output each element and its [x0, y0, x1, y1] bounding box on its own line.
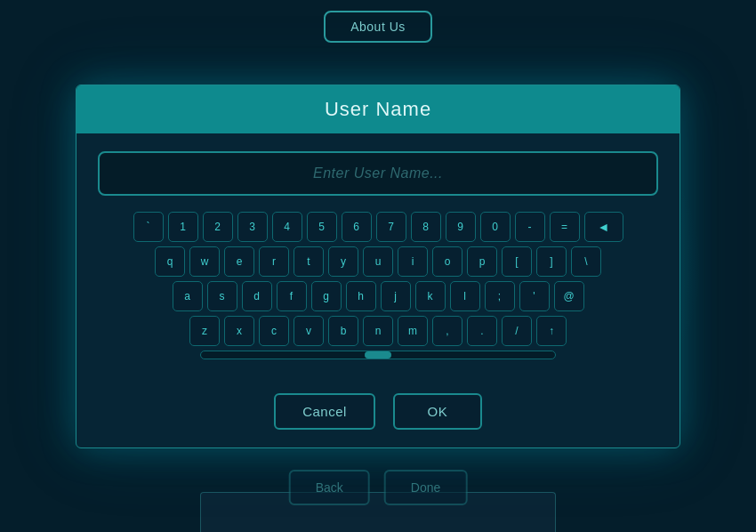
- key-i[interactable]: i: [398, 246, 428, 277]
- key-w[interactable]: w: [189, 246, 220, 277]
- key-v[interactable]: v: [294, 316, 324, 346]
- key-3[interactable]: 3: [237, 212, 268, 242]
- key-y[interactable]: y: [328, 246, 358, 277]
- key-f[interactable]: f: [277, 281, 307, 311]
- key-5[interactable]: 5: [307, 212, 337, 242]
- keyboard-row-4: z x c v b n m , . / ↑: [98, 316, 658, 346]
- spacebar[interactable]: [200, 351, 556, 359]
- keyboard-row-3: a s d f g h j k l ; ' @: [98, 281, 658, 311]
- key-a[interactable]: a: [173, 281, 203, 311]
- key-shift[interactable]: ↑: [536, 316, 567, 346]
- input-container: [98, 151, 658, 196]
- key-backslash[interactable]: \: [571, 246, 601, 277]
- cancel-button[interactable]: Cancel: [274, 393, 375, 430]
- key-9[interactable]: 9: [446, 212, 476, 242]
- username-dialog: User Name ` 1 2 3 4 5 6 7 8: [76, 85, 680, 448]
- key-r[interactable]: r: [259, 246, 289, 277]
- username-input[interactable]: [98, 151, 658, 196]
- key-1[interactable]: 1: [168, 212, 198, 242]
- key-8[interactable]: 8: [411, 212, 441, 242]
- ok-button[interactable]: OK: [393, 393, 482, 430]
- dialog-header: User Name: [76, 85, 680, 133]
- dialog-footer: Cancel OK: [76, 384, 680, 447]
- key-equals[interactable]: =: [550, 212, 580, 242]
- key-g[interactable]: g: [311, 281, 342, 311]
- key-comma[interactable]: ,: [432, 316, 462, 346]
- key-period[interactable]: .: [467, 316, 497, 346]
- key-d[interactable]: d: [242, 281, 272, 311]
- key-quote[interactable]: ': [519, 281, 550, 311]
- key-lbracket[interactable]: [: [502, 246, 532, 277]
- key-backspace[interactable]: ◄: [584, 212, 623, 242]
- key-at[interactable]: @: [554, 281, 584, 311]
- spacebar-thumb: [365, 351, 391, 359]
- key-s[interactable]: s: [207, 281, 237, 311]
- key-0[interactable]: 0: [480, 212, 511, 242]
- dialog-title: User Name: [325, 98, 431, 120]
- key-t[interactable]: t: [294, 246, 324, 277]
- key-n[interactable]: n: [363, 316, 393, 346]
- key-rbracket[interactable]: ]: [536, 246, 567, 277]
- key-o[interactable]: o: [432, 246, 462, 277]
- key-q[interactable]: q: [155, 246, 185, 277]
- key-m[interactable]: m: [398, 316, 428, 346]
- dialog-body: ` 1 2 3 4 5 6 7 8 9 0 - = ◄ q: [76, 133, 680, 384]
- key-minus[interactable]: -: [515, 212, 545, 242]
- spacebar-row: [98, 351, 658, 359]
- key-7[interactable]: 7: [376, 212, 406, 242]
- key-backtick[interactable]: `: [133, 212, 164, 242]
- key-4[interactable]: 4: [272, 212, 302, 242]
- key-e[interactable]: e: [224, 246, 254, 277]
- key-x[interactable]: x: [224, 316, 254, 346]
- key-j[interactable]: j: [381, 281, 411, 311]
- key-c[interactable]: c: [259, 316, 289, 346]
- key-z[interactable]: z: [189, 316, 220, 346]
- key-h[interactable]: h: [346, 281, 376, 311]
- key-2[interactable]: 2: [203, 212, 233, 242]
- dialog-overlay: User Name ` 1 2 3 4 5 6 7 8: [0, 0, 756, 532]
- key-semicolon[interactable]: ;: [485, 281, 515, 311]
- key-b[interactable]: b: [328, 316, 358, 346]
- keyboard-row-2: q w e r t y u i o p [ ] \: [98, 246, 658, 277]
- key-l[interactable]: l: [450, 281, 480, 311]
- key-k[interactable]: k: [415, 281, 446, 311]
- key-u[interactable]: u: [363, 246, 393, 277]
- key-6[interactable]: 6: [342, 212, 372, 242]
- virtual-keyboard: ` 1 2 3 4 5 6 7 8 9 0 - = ◄ q: [98, 212, 658, 359]
- key-slash[interactable]: /: [502, 316, 532, 346]
- keyboard-row-1: ` 1 2 3 4 5 6 7 8 9 0 - = ◄: [98, 212, 658, 242]
- key-p[interactable]: p: [467, 246, 497, 277]
